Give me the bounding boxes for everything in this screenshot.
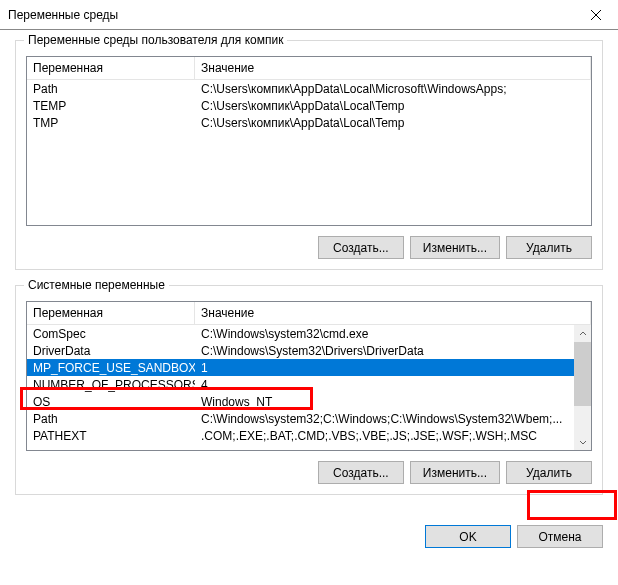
cell-name: TEMP: [27, 99, 195, 113]
window-title: Переменные среды: [8, 8, 573, 22]
cell-value: C:\Users\компик\AppData\Local\Temp: [195, 116, 591, 130]
chevron-up-icon: [579, 330, 587, 338]
table-header: Переменная Значение: [27, 57, 591, 80]
cell-name: OS: [27, 395, 195, 409]
user-table-body: PathC:\Users\компик\AppData\Local\Micros…: [27, 80, 591, 131]
dialog-content: Переменные среды пользователя для компик…: [0, 30, 618, 520]
cancel-button[interactable]: Отмена: [517, 525, 603, 548]
table-row[interactable]: PathC:\Windows\system32;C:\Windows;C:\Wi…: [27, 410, 574, 427]
system-edit-button[interactable]: Изменить...: [410, 461, 500, 484]
scroll-up-button[interactable]: [574, 325, 591, 342]
header-name[interactable]: Переменная: [27, 302, 195, 324]
header-value[interactable]: Значение: [195, 302, 591, 324]
table-row[interactable]: PathC:\Users\компик\AppData\Local\Micros…: [27, 80, 591, 97]
system-delete-button[interactable]: Удалить: [506, 461, 592, 484]
cell-name: Path: [27, 412, 195, 426]
table-row[interactable]: PATHEXT.COM;.EXE;.BAT;.CMD;.VBS;.VBE;.JS…: [27, 427, 574, 444]
cell-value: C:\Windows\system32\cmd.exe: [195, 327, 574, 341]
titlebar: Переменные среды: [0, 0, 618, 30]
system-new-button[interactable]: Создать...: [318, 461, 404, 484]
system-table-body: ComSpecC:\Windows\system32\cmd.exeDriver…: [27, 325, 574, 444]
close-icon: [591, 10, 601, 20]
cell-name: PATHEXT: [27, 429, 195, 443]
dialog-button-row: OK Отмена: [0, 525, 618, 548]
table-row[interactable]: ComSpecC:\Windows\system32\cmd.exe: [27, 325, 574, 342]
vertical-scrollbar[interactable]: [574, 325, 591, 450]
header-value[interactable]: Значение: [195, 57, 591, 79]
cell-value: Windows_NT: [195, 395, 574, 409]
cell-name: NUMBER_OF_PROCESSORS: [27, 378, 195, 392]
scroll-down-button[interactable]: [574, 433, 591, 450]
cell-value: C:\Users\компик\AppData\Local\Temp: [195, 99, 591, 113]
table-row[interactable]: DriverDataC:\Windows\System32\Drivers\Dr…: [27, 342, 574, 359]
scrollbar-thumb[interactable]: [574, 342, 591, 406]
user-new-button[interactable]: Создать...: [318, 236, 404, 259]
table-row[interactable]: TEMPC:\Users\компик\AppData\Local\Temp: [27, 97, 591, 114]
scrollbar-track[interactable]: [574, 342, 591, 433]
system-button-row: Создать... Изменить... Удалить: [26, 461, 592, 484]
cell-name: Path: [27, 82, 195, 96]
cell-name: DriverData: [27, 344, 195, 358]
user-button-row: Создать... Изменить... Удалить: [26, 236, 592, 259]
cell-value: C:\Windows\system32;C:\Windows;C:\Window…: [195, 412, 574, 426]
table-row[interactable]: MP_FORCE_USE_SANDBOX1: [27, 359, 574, 376]
table-header: Переменная Значение: [27, 302, 591, 325]
system-variables-group: Системные переменные Переменная Значение…: [15, 285, 603, 495]
ok-button[interactable]: OK: [425, 525, 511, 548]
chevron-down-icon: [579, 438, 587, 446]
user-variables-table[interactable]: Переменная Значение PathC:\Users\компик\…: [26, 56, 592, 226]
cell-name: ComSpec: [27, 327, 195, 341]
table-row[interactable]: NUMBER_OF_PROCESSORS4: [27, 376, 574, 393]
user-variables-group: Переменные среды пользователя для компик…: [15, 40, 603, 270]
user-delete-button[interactable]: Удалить: [506, 236, 592, 259]
cell-value: .COM;.EXE;.BAT;.CMD;.VBS;.VBE;.JS;.JSE;.…: [195, 429, 574, 443]
cell-name: MP_FORCE_USE_SANDBOX: [27, 361, 195, 375]
table-row[interactable]: TMPC:\Users\компик\AppData\Local\Temp: [27, 114, 591, 131]
cell-value: 1: [195, 361, 574, 375]
cell-name: TMP: [27, 116, 195, 130]
header-name[interactable]: Переменная: [27, 57, 195, 79]
table-row[interactable]: OSWindows_NT: [27, 393, 574, 410]
system-group-title: Системные переменные: [24, 278, 169, 292]
user-group-title: Переменные среды пользователя для компик: [24, 33, 287, 47]
close-button[interactable]: [573, 0, 618, 30]
system-variables-table[interactable]: Переменная Значение ComSpecC:\Windows\sy…: [26, 301, 592, 451]
cell-value: C:\Windows\System32\Drivers\DriverData: [195, 344, 574, 358]
user-edit-button[interactable]: Изменить...: [410, 236, 500, 259]
cell-value: 4: [195, 378, 574, 392]
cell-value: C:\Users\компик\AppData\Local\Microsoft\…: [195, 82, 591, 96]
